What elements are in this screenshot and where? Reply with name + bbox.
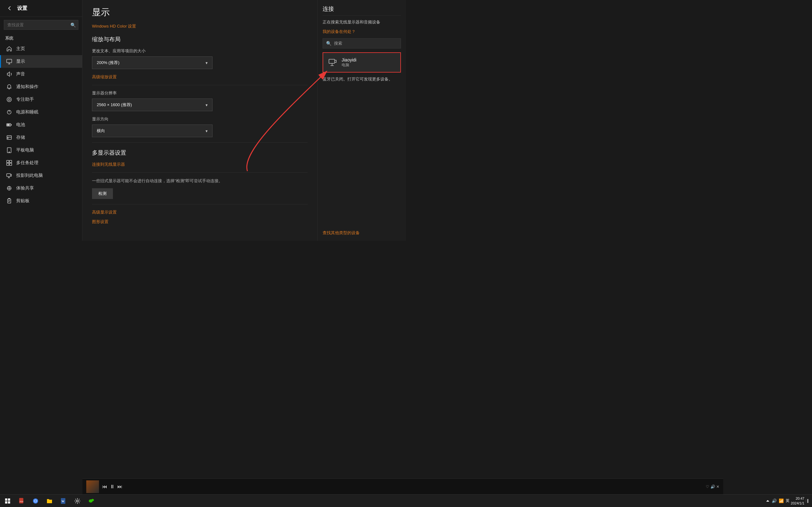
divider-3 bbox=[92, 172, 308, 173]
sidebar-item-battery[interactable]: 电池 bbox=[0, 118, 82, 131]
sidebar: 设置 🔍 系统 主页 bbox=[0, 0, 83, 241]
sidebar-item-label-display: 显示 bbox=[16, 59, 25, 64]
sidebar-item-sound[interactable]: 声音 bbox=[0, 68, 82, 80]
section-label-system: 系统 bbox=[0, 33, 82, 43]
search-container: 🔍 bbox=[4, 20, 78, 30]
sidebar-item-multitask[interactable]: 多任务处理 bbox=[0, 157, 82, 169]
panel-search-placeholder: 搜索 bbox=[334, 41, 342, 46]
sidebar-item-label-tablet: 平板电脑 bbox=[16, 147, 34, 153]
chevron-down-icon: ▾ bbox=[206, 60, 208, 65]
svg-point-1 bbox=[7, 97, 11, 102]
sidebar-item-tablet[interactable]: 平板电脑 bbox=[0, 144, 82, 157]
battery-icon bbox=[6, 122, 12, 128]
sidebar-item-label-power: 电源和睡眠 bbox=[16, 109, 38, 115]
svg-point-2 bbox=[8, 99, 10, 101]
sidebar-item-label-multitask: 多任务处理 bbox=[16, 160, 38, 166]
svg-rect-5 bbox=[7, 124, 9, 125]
multi-display-title: 多显示器设置 bbox=[92, 149, 308, 157]
scale-sub-label: 更改文本、应用等项目的大小 bbox=[92, 48, 308, 54]
notifications-icon bbox=[6, 83, 12, 90]
sidebar-item-label-experience: 体验共享 bbox=[16, 185, 34, 191]
svg-rect-13 bbox=[9, 163, 12, 165]
svg-point-7 bbox=[8, 138, 8, 138]
orientation-dropdown[interactable]: 横向 ▾ bbox=[92, 124, 212, 137]
search-input[interactable] bbox=[4, 20, 78, 30]
sidebar-item-notifications[interactable]: 通知和操作 bbox=[0, 80, 82, 93]
display-icon bbox=[6, 58, 12, 65]
device-info: Jiaoyidi 电脑 bbox=[342, 57, 397, 68]
sidebar-item-project[interactable]: 投影到此电脑 bbox=[0, 169, 82, 182]
graphics-link[interactable]: 图形设置 bbox=[92, 219, 308, 225]
sidebar-item-label-focus: 专注助手 bbox=[16, 97, 34, 102]
panel-search-bar[interactable]: 🔍 搜索 bbox=[322, 38, 401, 49]
sidebar-item-clipboard[interactable]: 剪贴板 bbox=[0, 194, 82, 207]
divider-4 bbox=[92, 204, 308, 205]
wireless-display-link[interactable]: 连接到无线显示器 bbox=[92, 162, 125, 167]
svg-rect-16 bbox=[329, 59, 335, 63]
sidebar-item-label-home: 主页 bbox=[16, 46, 25, 52]
orientation-label: 显示方向 bbox=[92, 116, 308, 122]
sidebar-nav: 主页 显示 声音 bbox=[0, 43, 82, 241]
resolution-label: 显示器分辨率 bbox=[92, 90, 308, 96]
project-icon bbox=[6, 172, 12, 179]
tablet-icon bbox=[6, 147, 12, 153]
sidebar-item-label-project: 投影到此电脑 bbox=[16, 173, 43, 178]
search-icon-panel: 🔍 bbox=[326, 41, 332, 46]
search-icon: 🔍 bbox=[70, 22, 76, 27]
scale-dropdown[interactable]: 200% (推荐) ▾ bbox=[92, 56, 212, 69]
sidebar-item-label-clipboard: 剪贴板 bbox=[16, 198, 30, 204]
windows-hd-link[interactable]: Windows HD Color 设置 bbox=[92, 23, 136, 29]
chevron-down-icon-res: ▾ bbox=[206, 103, 208, 107]
device-type: 电脑 bbox=[342, 62, 397, 68]
detect-button[interactable]: 检测 bbox=[92, 188, 113, 199]
sidebar-item-display[interactable]: 显示 bbox=[0, 55, 82, 68]
sidebar-header: 设置 bbox=[0, 0, 82, 17]
svg-rect-11 bbox=[9, 160, 12, 163]
sidebar-item-label-battery: 电池 bbox=[16, 122, 25, 128]
svg-rect-10 bbox=[7, 160, 9, 163]
home-icon bbox=[6, 46, 12, 52]
searching-text: 正在搜索无线显示器和音频设备 bbox=[322, 19, 401, 25]
svg-rect-15 bbox=[8, 199, 11, 203]
sound-icon bbox=[6, 71, 12, 77]
sidebar-item-label-notifications: 通知和操作 bbox=[16, 84, 38, 90]
advanced-scale-link[interactable]: 高级缩放设置 bbox=[92, 74, 117, 80]
device-card-jiaoyidi[interactable]: Jiaoyidi 电脑 bbox=[322, 52, 401, 72]
svg-rect-14 bbox=[7, 174, 10, 176]
sidebar-title: 设置 bbox=[17, 5, 27, 12]
page-title: 显示 bbox=[92, 6, 308, 18]
right-panel: 连接 正在搜索无线显示器和音频设备 我的设备在何处？ 🔍 搜索 Jiaoyidi… bbox=[317, 0, 406, 241]
main-content: 显示 Windows HD Color 设置 缩放与布局 更改文本、应用等项目的… bbox=[83, 0, 317, 241]
sidebar-item-label-storage: 存储 bbox=[16, 135, 25, 140]
divider-1 bbox=[92, 85, 308, 85]
svg-rect-12 bbox=[7, 163, 9, 165]
clipboard-icon bbox=[6, 198, 12, 204]
advanced-display-link[interactable]: 高级显示设置 bbox=[92, 210, 308, 215]
scale-section-title: 缩放与布局 bbox=[92, 36, 308, 43]
orientation-value: 横向 bbox=[97, 128, 105, 134]
sidebar-item-label-sound: 声音 bbox=[16, 71, 25, 77]
svg-rect-6 bbox=[7, 135, 11, 139]
panel-title: 连接 bbox=[322, 5, 401, 15]
focus-icon bbox=[6, 96, 12, 103]
sidebar-item-focus[interactable]: 专注助手 bbox=[0, 93, 82, 106]
settings-window: 设置 🔍 系统 主页 bbox=[0, 0, 406, 241]
back-button[interactable] bbox=[5, 4, 14, 13]
where-is-device-link[interactable]: 我的设备在何处？ bbox=[322, 29, 401, 35]
sidebar-item-power[interactable]: 电源和睡眠 bbox=[0, 106, 82, 118]
sidebar-item-storage[interactable]: 存储 bbox=[0, 131, 82, 144]
resolution-dropdown[interactable]: 2560 × 1600 (推荐) ▾ bbox=[92, 99, 212, 111]
chevron-down-icon-orient: ▾ bbox=[206, 129, 208, 133]
storage-icon bbox=[6, 134, 12, 141]
divider-2 bbox=[92, 142, 308, 143]
find-other-link[interactable]: 查找其他类型的设备 bbox=[322, 230, 401, 236]
sidebar-item-home[interactable]: 主页 bbox=[0, 43, 82, 55]
svg-rect-0 bbox=[7, 59, 12, 63]
svg-point-9 bbox=[9, 152, 9, 153]
device-name: Jiaoyidi bbox=[342, 57, 397, 62]
power-icon bbox=[6, 109, 12, 115]
experience-icon bbox=[6, 185, 12, 191]
detect-info-text: 一些旧式显示器可能不会进行自动连接，选择"检测"即可尝试手动连接。 bbox=[92, 178, 308, 184]
multitask-icon bbox=[6, 160, 12, 166]
sidebar-item-experience[interactable]: 体验共享 bbox=[0, 182, 82, 194]
